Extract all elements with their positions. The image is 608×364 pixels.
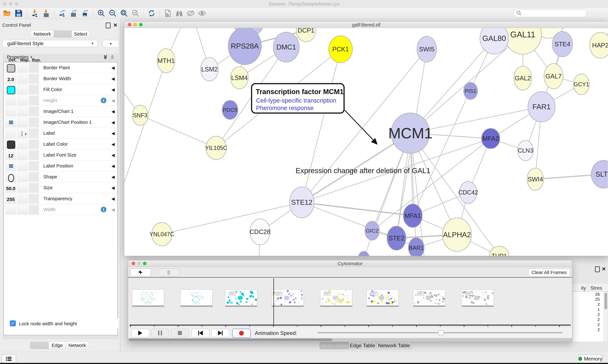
export-image-icon[interactable] [80,8,90,18]
property-row-size[interactable]: 50.0Size◀ [4,182,117,193]
expand-row-icon[interactable]: ◀ [111,76,115,81]
table-row[interactable]: 2 [573,317,604,322]
zoom-selected-icon[interactable] [131,8,140,18]
bypass-cell[interactable] [29,172,39,182]
caption-annotation[interactable]: Expression change after deletion of GAL1 [296,167,430,175]
search-input[interactable] [514,9,587,17]
node-DCP1[interactable]: DCP1 [296,28,316,42]
lock-checkbox[interactable]: ✓ [10,320,16,326]
clear-all-frames-button[interactable]: Clear All Frames [528,269,570,276]
info-icon[interactable]: i [101,98,106,103]
zoom-out-icon[interactable] [108,8,118,18]
node-MFA1[interactable]: MFA1 [403,204,422,227]
table-row[interactable]: 1 [573,307,604,312]
record-button[interactable] [232,329,251,338]
annotation-link[interactable]: Pheromone response [256,105,314,111]
default-value-cell[interactable] [5,118,16,127]
add-frame-button[interactable] [130,269,151,276]
node-STE4[interactable]: STE4 [552,31,573,57]
tab-node-table[interactable]: Node Table [319,342,349,349]
expand-row-icon[interactable]: ◀ [111,175,115,180]
save-icon[interactable] [14,8,24,18]
expand-row-icon[interactable]: ◀ [111,207,115,212]
cyanimator-titlebar[interactable]: CyAnimator [128,260,572,267]
style-options-button[interactable]: ▾ [103,40,119,48]
node-DMC1[interactable]: DMC1 [273,32,299,62]
tab-select[interactable]: Select [71,30,90,38]
bypass-cell[interactable] [29,129,39,138]
duplicate-network-icon[interactable] [163,8,173,18]
column-header-stress[interactable]: Stres [590,285,602,291]
mapping-cell[interactable] [17,96,28,105]
node-CDC42[interactable]: CDC42 [458,181,478,204]
cyanimator-scrollbar[interactable] [128,338,572,342]
property-row-label-font-size[interactable]: 12Label Font Size◀ [4,150,117,160]
bypass-cell[interactable] [29,205,39,214]
mapping-cell[interactable]: ⋮› [17,129,28,138]
mapping-cell[interactable] [17,194,28,204]
float-panel-icon[interactable] [106,22,111,28]
tab-edge[interactable]: Edge [49,342,66,349]
property-row-image-chart-1[interactable]: Image/Chart 1◀ [4,106,117,117]
node-GCY1[interactable]: GCY1 [573,74,589,95]
property-row-border-width[interactable]: 2.0Border Width◀ [4,73,117,84]
expand-row-icon[interactable]: ◀ [111,131,115,136]
expand-row-icon[interactable]: ◀ [111,185,115,190]
tab-style[interactable]: Style [54,30,71,38]
style-selector[interactable]: galFiltered Style ▾ [2,40,98,47]
lock-size-row[interactable]: ✓ Lock node width and height [4,318,119,329]
bypass-cell[interactable] [29,107,39,116]
node-STE12[interactable]: STE12 [290,187,314,218]
expand-row-icon[interactable]: ◀ [111,87,115,92]
node-CDC28[interactable]: CDC28 [249,219,270,245]
node-FAR1[interactable]: FAR1 [528,91,555,122]
node-PCK1[interactable]: PCK1 [329,36,352,63]
network-canvas[interactable]: GAL11GAL80DCP1RPS28ADMC1PCK1SWI5STE4HAP2… [124,28,608,256]
frame-thumbnail-5[interactable] [367,289,399,307]
default-value-cell[interactable] [5,129,16,138]
tab-network[interactable]: Network [31,30,54,38]
default-value-cell[interactable]: 2.0 [5,74,16,83]
column-header-centrality[interactable]: ity [572,285,586,291]
expand-row-icon[interactable]: ◀ [111,142,115,147]
node-YNL047C[interactable]: YNL047C [150,222,174,246]
mapping-cell[interactable] [17,205,28,214]
expand-row-icon[interactable]: ◀ [111,109,115,114]
mapping-cell[interactable] [17,74,28,83]
node-MFA2[interactable]: MFA2 [482,128,500,149]
mapping-cell[interactable] [17,140,28,149]
info-icon[interactable]: i [101,207,106,212]
property-row-fill-color[interactable]: Fill Color◀ [4,84,117,95]
node-TUP1[interactable]: TUP1 [489,246,509,256]
bypass-cell[interactable] [29,63,39,73]
node-SWI5[interactable]: SWI5 [417,36,437,62]
frame-thumbnail-7[interactable] [462,289,494,307]
node-GIC2[interactable]: GIC2 [365,221,379,240]
node-LSM4[interactable]: LSM4 [231,67,248,89]
tab-network[interactable]: Network [66,342,89,349]
property-row-border-paint[interactable]: Border Paint◀ [4,62,117,73]
default-value-cell[interactable]: 50.0 [5,183,16,193]
table-row[interactable]: 2 [573,327,604,332]
frame-thumbnail-3[interactable] [272,289,304,307]
hide-selected-icon[interactable] [186,8,195,18]
node-STE2[interactable]: STE2 [387,226,406,250]
delete-frame-button[interactable] [158,269,180,276]
tab-node[interactable]: Node [30,342,49,349]
import-table-icon[interactable] [41,8,51,18]
property-row-label[interactable]: ⋮›Label◀ [4,128,117,139]
bypass-cell[interactable] [29,96,39,105]
bypass-cell[interactable] [29,74,39,83]
table-row[interactable]: 2 [573,302,604,307]
default-value-cell[interactable] [5,161,16,171]
export-table-icon[interactable] [69,8,79,18]
refresh-layout-icon[interactable] [147,8,157,18]
default-value-cell[interactable]: 12 [5,150,16,160]
binoculars-icon[interactable] [174,8,184,18]
table-row[interactable]: 26 [573,292,604,297]
node-CLN3[interactable]: CLN3 [518,140,533,161]
mapping-cell[interactable] [17,161,28,171]
default-value-cell[interactable] [5,85,16,94]
node-GAL7[interactable]: GAL7 [544,64,563,89]
bypass-cell[interactable] [29,140,39,149]
